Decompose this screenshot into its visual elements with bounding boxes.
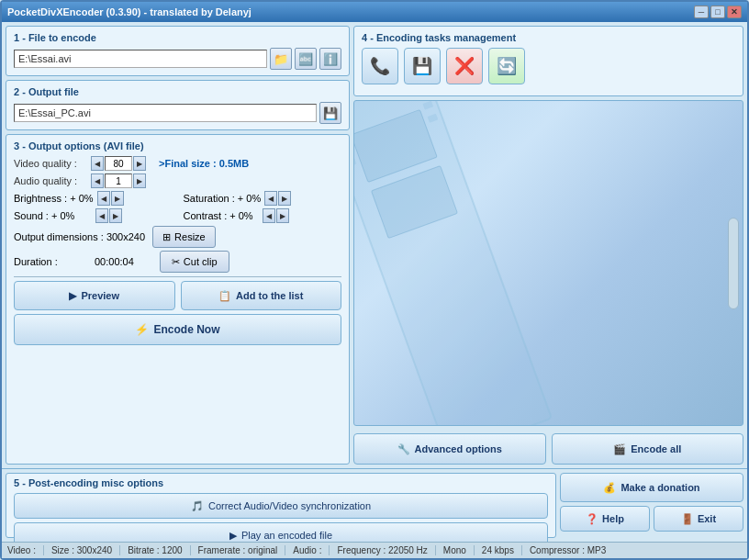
duration-label: Duration :	[14, 256, 87, 267]
audio-quality-label: Audio quality :	[14, 175, 87, 186]
filmstrip-art	[354, 101, 743, 425]
exit-icon: 🚪	[681, 513, 694, 525]
status-framerate: Framerate : original	[198, 545, 286, 555]
title-bar: PocketDivXEncoder (0.3.90) - translated …	[2, 2, 747, 22]
abc-button[interactable]: 🔤	[295, 48, 317, 70]
main-content: 1 - File to encode 📁 🔤 ℹ️ 2 - Output fil…	[2, 22, 747, 468]
contrast-up[interactable]: ▶	[276, 208, 289, 223]
scissors-icon: ✂	[172, 256, 180, 268]
minimize-button[interactable]: ─	[694, 6, 709, 18]
cut-clip-button[interactable]: ✂ Cut clip	[160, 251, 229, 273]
brightness-up[interactable]: ▶	[111, 191, 124, 206]
saturation-up[interactable]: ▶	[278, 191, 291, 206]
title-bar-buttons: ─ □ ✕	[694, 6, 742, 18]
saturation-row: Saturation : + 0% ◀ ▶	[184, 191, 342, 206]
encoding-task-btn2[interactable]: 💾	[404, 48, 441, 84]
status-bitrate: Bitrate : 1200	[128, 545, 190, 555]
encode-all-button[interactable]: 🎬 Encode all	[552, 433, 744, 465]
brightness-row: Brightness : + 0% ◀ ▶	[14, 191, 173, 206]
dimensions-row: Output dimensions : 300x240 ⊞ Resize	[14, 226, 341, 248]
contrast-down[interactable]: ◀	[263, 208, 275, 223]
action-buttons-row: ▶ Preview 📋 Add to the list	[14, 281, 341, 310]
brightness-down[interactable]: ◀	[97, 191, 110, 206]
encoding-task-btn1[interactable]: 📞	[362, 48, 398, 84]
left-panel: 1 - File to encode 📁 🔤 ℹ️ 2 - Output fil…	[6, 26, 350, 465]
status-size: Size : 300x240	[51, 545, 120, 555]
status-compressor: Compressor : MP3	[530, 545, 613, 555]
browse-file-button[interactable]: 📁	[270, 48, 292, 70]
audio-sync-icon: 🎵	[191, 500, 204, 512]
browse-output-button[interactable]: 💾	[319, 102, 341, 124]
contrast-row: Contrast : + 0% ◀ ▶	[184, 208, 342, 223]
advanced-options-button[interactable]: 🔧 Advanced options	[353, 433, 546, 465]
video-quality-row: Video quality : ◀ ▶ >Final size : 0.5MB	[14, 156, 341, 171]
duration-value: 00:00:04	[95, 256, 134, 267]
audio-quality-row: Audio quality : ◀ ▶	[14, 174, 341, 188]
bottom-panel: 5 - Post-encoding misc options 🎵 Correct…	[2, 468, 747, 542]
maximize-button[interactable]: □	[710, 6, 725, 18]
add-icon: 📋	[218, 290, 231, 302]
status-audio: Audio :	[293, 545, 330, 555]
misc-buttons: 🎵 Correct Audio/Video synchronization ▶ …	[14, 493, 548, 548]
section-output-file: 2 - Output file 💾	[6, 80, 350, 130]
right-panel: 4 - Encoding tasks management 📞 💾 ❌ 🔄	[353, 26, 743, 465]
sound-label: Sound : + 0%	[14, 210, 92, 221]
saturation-down[interactable]: ◀	[264, 191, 277, 206]
preview-icon: ▶	[69, 290, 76, 302]
sound-contrast-row: Sound : + 0% ◀ ▶ Contrast : + 0% ◀ ▶	[14, 208, 341, 226]
status-mono: Mono	[443, 545, 475, 555]
correct-audio-button[interactable]: 🎵 Correct Audio/Video synchronization	[14, 493, 548, 519]
section4-title: 4 - Encoding tasks management	[362, 32, 735, 43]
dimensions-label: Output dimensions : 300x240	[14, 231, 145, 242]
scroll-indicator[interactable]	[728, 218, 739, 309]
output-file-row: 💾	[14, 102, 341, 124]
info-button[interactable]: ℹ️	[319, 48, 341, 70]
sound-down[interactable]: ◀	[95, 208, 108, 223]
video-quality-spinner: ◀ ▶	[91, 156, 146, 171]
video-quality-up[interactable]: ▶	[133, 156, 146, 171]
encall-icon: 🎬	[613, 443, 626, 455]
play-icon: ▶	[229, 530, 237, 542]
preview-button[interactable]: ▶ Preview	[14, 281, 175, 310]
filmstrip-svg	[354, 101, 743, 425]
add-to-list-button[interactable]: 📋 Add to the list	[181, 281, 342, 310]
adv-icon: 🔧	[397, 443, 410, 455]
audio-quality-value[interactable]	[105, 174, 132, 188]
status-frequency: Frequency : 22050 Hz	[337, 545, 435, 555]
audio-quality-up[interactable]: ▶	[133, 174, 146, 188]
section2-title: 2 - Output file	[14, 86, 341, 97]
sound-up[interactable]: ▶	[109, 208, 122, 223]
close-button[interactable]: ✕	[727, 6, 742, 18]
exit-button[interactable]: 🚪 Exit	[654, 506, 743, 532]
video-quality-down[interactable]: ◀	[91, 156, 104, 171]
section-file-to-encode: 1 - File to encode 📁 🔤 ℹ️	[6, 26, 350, 76]
brightness-spinner: ◀ ▶	[97, 191, 124, 206]
bottom-buttons-row: 🔧 Advanced options 🎬 Encode all	[353, 433, 743, 465]
make-donation-button[interactable]: 💰 Make a donation	[560, 473, 743, 502]
resize-button[interactable]: ⊞ Resize	[152, 226, 216, 248]
section1-title: 1 - File to encode	[14, 32, 341, 43]
donate-icon: 💰	[603, 482, 616, 494]
right-bottom-buttons: 💰 Make a donation ❓ Help 🚪 Exit	[560, 473, 743, 538]
section3-title: 3 - Output options (AVI file)	[14, 140, 341, 151]
saturation-spinner: ◀ ▶	[264, 191, 291, 206]
output-file-input[interactable]	[14, 104, 317, 122]
final-size-label: >Final size : 0.5MB	[159, 158, 249, 169]
film-preview-area	[353, 100, 743, 426]
help-exit-row: ❓ Help 🚪 Exit	[560, 506, 743, 532]
saturation-label: Saturation : + 0%	[184, 193, 262, 204]
audio-quality-down[interactable]: ◀	[91, 174, 104, 188]
help-button[interactable]: ❓ Help	[560, 506, 650, 532]
section-post-encoding: 5 - Post-encoding misc options 🎵 Correct…	[6, 473, 556, 538]
duration-row: Duration : 00:00:04 ✂ Cut clip	[14, 251, 341, 273]
file-to-encode-input[interactable]	[14, 50, 267, 68]
resize-icon: ⊞	[162, 231, 171, 243]
video-quality-value[interactable]	[105, 156, 132, 171]
encoding-task-reload[interactable]: 🔄	[488, 48, 525, 84]
window-title: PocketDivXEncoder (0.3.90) - translated …	[7, 6, 252, 17]
contrast-spinner: ◀ ▶	[263, 208, 289, 223]
encoding-task-cancel[interactable]: ❌	[446, 48, 483, 84]
brightness-label: Brightness : + 0%	[14, 193, 94, 204]
encoding-toolbar: 📞 💾 ❌ 🔄	[362, 48, 735, 84]
encode-now-button[interactable]: ⚡ Encode Now	[14, 314, 341, 345]
